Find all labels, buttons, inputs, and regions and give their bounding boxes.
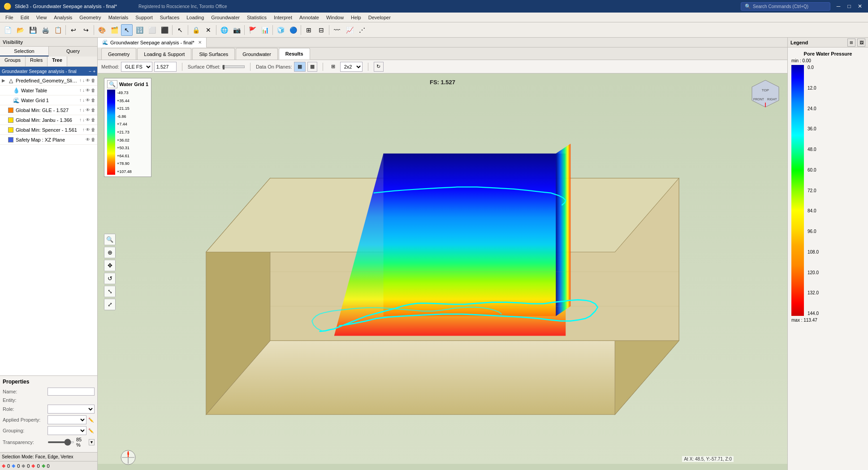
- menu-item-help[interactable]: Help: [347, 14, 365, 21]
- pan-button[interactable]: ✥: [104, 259, 116, 271]
- slash-button[interactable]: ⋰: [356, 24, 368, 36]
- maximize-button[interactable]: □: [845, 2, 854, 11]
- delete-icon[interactable]: 🗑: [91, 88, 95, 93]
- undo-button[interactable]: ↩: [68, 24, 79, 36]
- grid-select[interactable]: 2x2: [340, 62, 363, 72]
- applied-property-edit-button[interactable]: ✏️: [87, 416, 95, 423]
- cursor-button[interactable]: ↖: [174, 24, 186, 36]
- minimize-button[interactable]: ─: [834, 2, 843, 11]
- visibility-icon[interactable]: 👁: [86, 88, 90, 93]
- delete-icon[interactable]: 🗑: [91, 98, 95, 103]
- transparency-slider[interactable]: [48, 441, 74, 443]
- delete-icon[interactable]: 🗑: [91, 137, 95, 142]
- sphere-button[interactable]: 🔵: [287, 24, 299, 36]
- menu-item-groundwater[interactable]: Groundwater: [207, 14, 243, 21]
- calculator-button[interactable]: 🔢: [134, 24, 145, 36]
- close-button[interactable]: ✕: [855, 2, 864, 11]
- menu-item-support[interactable]: Support: [132, 14, 156, 21]
- zoom-actual-button[interactable]: ⤢: [104, 298, 116, 310]
- list-item[interactable]: ▶ △ Predefined_Geometry_Slide2 ↑ ↓ 👁 🗑: [0, 76, 97, 86]
- new-button[interactable]: 📄: [2, 24, 13, 36]
- rotate-button[interactable]: ↺: [104, 272, 116, 284]
- chart-button[interactable]: 📊: [259, 24, 271, 36]
- move-down-icon[interactable]: ↓: [82, 98, 85, 103]
- menu-item-annotate[interactable]: Annotate: [296, 14, 323, 21]
- list-item[interactable]: Global Min: Janbu - 1.366 ↑ ↓ 👁 🗑: [0, 115, 97, 125]
- open-button[interactable]: 📂: [14, 24, 26, 36]
- move-up-icon[interactable]: ↑: [79, 78, 82, 83]
- viewport-tools-zoom-btn[interactable]: 🔍: [107, 80, 117, 88]
- redo-button[interactable]: ↪: [80, 24, 92, 36]
- export-button[interactable]: 📋: [52, 24, 64, 36]
- move-up-icon[interactable]: ↑: [79, 117, 82, 122]
- move-down-icon[interactable]: ↓: [82, 88, 85, 93]
- move-up-icon[interactable]: ↑: [79, 108, 82, 112]
- selection-tab[interactable]: Selection: [0, 47, 49, 56]
- viewport-tab-main[interactable]: 🌊 Groundwater Seepage analysis - final* …: [98, 38, 207, 47]
- visibility-icon[interactable]: 👁: [86, 127, 90, 132]
- refresh-button[interactable]: ↻: [374, 62, 384, 72]
- delete-icon[interactable]: 🗑: [91, 108, 95, 112]
- list-item[interactable]: Global Min: Spencer - 1.561 ↑ 👁 🗑: [0, 125, 97, 135]
- legend-options-button[interactable]: 🖼: [857, 39, 865, 47]
- legend-layout-button[interactable]: ⊞: [847, 39, 855, 47]
- 3d-box-button[interactable]: ⬛: [159, 24, 170, 36]
- nav-cube[interactable]: TOP FRONT RIGHT: [750, 78, 781, 109]
- menu-item-developer[interactable]: Developer: [365, 14, 394, 21]
- select-button[interactable]: ↖: [121, 24, 133, 36]
- color-wheel-button[interactable]: 🎨: [96, 24, 108, 36]
- role-select[interactable]: [48, 405, 95, 414]
- data-on-planes-btn2[interactable]: ▦: [307, 62, 317, 72]
- roles-tab[interactable]: Roles: [26, 56, 48, 66]
- x-button[interactable]: ✕: [203, 24, 214, 36]
- tab-results[interactable]: Results: [279, 48, 310, 60]
- list-item[interactable]: 🌊 Water Grid 1 ↑ ↓ 👁 🗑: [0, 95, 97, 105]
- name-input[interactable]: [48, 388, 95, 396]
- save-button[interactable]: 💾: [27, 24, 39, 36]
- delete-icon[interactable]: 🗑: [91, 117, 95, 122]
- zoom-select-button[interactable]: ⤡: [104, 285, 116, 297]
- method-select[interactable]: GLE FS: [121, 62, 152, 72]
- visibility-icon[interactable]: 👁: [86, 137, 90, 142]
- stats-button[interactable]: 📈: [344, 24, 355, 36]
- layers-button[interactable]: 🗂️: [108, 24, 120, 36]
- tree-collapse-button[interactable]: −: [89, 69, 91, 74]
- menu-item-edit[interactable]: Edit: [17, 14, 33, 21]
- applied-property-select[interactable]: [48, 415, 86, 424]
- grid-btn1[interactable]: ⊞: [303, 24, 315, 36]
- visibility-icon[interactable]: 👁: [86, 108, 90, 112]
- groups-tab[interactable]: Groups: [0, 56, 26, 66]
- menu-item-geometry[interactable]: Geometry: [76, 14, 104, 21]
- globe-button[interactable]: 🌐: [218, 24, 230, 36]
- move-down-icon[interactable]: ↓: [82, 108, 85, 112]
- list-item[interactable]: 💧 Water Table ↑ ↓ 👁 🗑: [0, 86, 97, 95]
- menu-item-interpret[interactable]: Interpret: [270, 14, 296, 21]
- zoom-fit-button[interactable]: ⊕: [104, 246, 116, 258]
- tab-slip-surfaces[interactable]: Slip Surfaces: [192, 48, 235, 60]
- tab-groundwater[interactable]: Groundwater: [236, 48, 278, 60]
- grid-btn2[interactable]: ⊟: [315, 24, 327, 36]
- flag-button[interactable]: 🚩: [246, 24, 258, 36]
- visibility-icon[interactable]: 👁: [86, 78, 90, 83]
- camera-button[interactable]: 📷: [231, 24, 242, 36]
- list-item[interactable]: Safety Map : XZ Plane 👁 🗑: [0, 135, 97, 145]
- visibility-icon[interactable]: 👁: [86, 98, 90, 103]
- menu-item-window[interactable]: Window: [323, 14, 347, 21]
- menu-item-analysis[interactable]: Analysis: [50, 14, 76, 21]
- wave-button[interactable]: 〰: [331, 24, 343, 36]
- visibility-icon[interactable]: 👁: [86, 117, 90, 122]
- viewport-3d[interactable]: 🔍 Water Grid 1 -49.73 +35.44 +21.15 -6.8…: [98, 73, 787, 470]
- move-down-icon[interactable]: ↓: [82, 117, 85, 122]
- menu-item-materials[interactable]: Materials: [105, 14, 132, 21]
- menu-item-surfaces[interactable]: Surfaces: [156, 14, 183, 21]
- tree-expand-button[interactable]: +: [93, 69, 95, 74]
- menu-item-view[interactable]: View: [33, 14, 51, 21]
- delete-icon[interactable]: 🗑: [91, 127, 95, 132]
- list-item[interactable]: Global Min: GLE - 1.527 ↑ ↓ 👁 🗑: [0, 105, 97, 115]
- transparency-decrease-button[interactable]: ▼: [89, 439, 95, 445]
- viewport-tab-close[interactable]: ✕: [198, 40, 202, 45]
- lock-button[interactable]: 🔒: [190, 24, 202, 36]
- move-up-icon[interactable]: ↑: [79, 88, 82, 93]
- tree-tab[interactable]: Tree: [48, 56, 67, 66]
- box-button[interactable]: ⬜: [146, 24, 158, 36]
